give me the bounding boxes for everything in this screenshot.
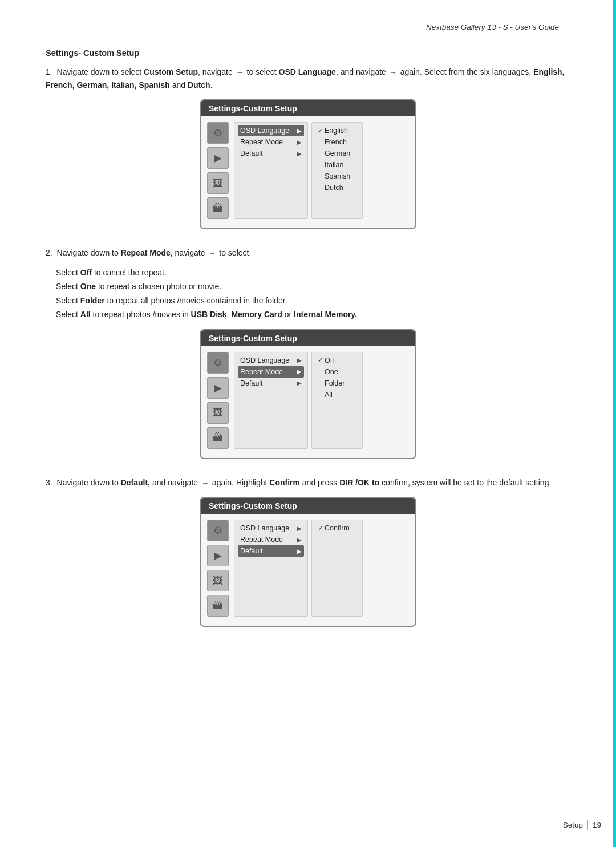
menu-repeat-3: Repeat Mode ▶ — [238, 534, 304, 545]
menu-repeat-2: Repeat Mode ▶ — [238, 366, 304, 378]
menu-repeat-label-3: Repeat Mode — [240, 536, 283, 544]
step-2-sub: Select Off to cancel the repeat. Select … — [46, 266, 570, 321]
menu-default-label-3: Default — [240, 547, 263, 555]
menu-default-label-2: Default — [240, 379, 263, 387]
option-off: Off — [317, 355, 358, 366]
step-2-number: 2. — [46, 248, 52, 257]
step2-line3: Select Folder to repeat all photos /movi… — [56, 294, 570, 307]
menu-default-label-1: Default — [240, 149, 263, 157]
menu-default-3: Default ▶ — [238, 545, 304, 557]
step1-arrow1: → — [236, 67, 244, 79]
icon-gear-3: ⚙ — [207, 520, 229, 541]
step2-off: Off — [80, 268, 92, 277]
step-2-intro: 2. Navigate down to Repeat Mode, navigat… — [46, 246, 570, 260]
icon-column-2: ⚙ ▶ 🖼 🏔 — [205, 352, 230, 449]
step2-folder: Folder — [80, 296, 105, 305]
step2-bold1: Repeat Mode — [121, 248, 171, 257]
menu-default-1: Default ▶ — [238, 148, 304, 159]
step2-intmem: Internal Memory. — [294, 310, 357, 319]
footer-page-number: 19 — [593, 821, 601, 829]
icon-landscape: 🏔 — [207, 197, 229, 219]
header-title: Nextbase Gallery 13 - S - User's Guide — [426, 23, 559, 31]
menu-default-arrow-2: ▶ — [297, 380, 302, 386]
menu-osd-arrow-2: ▶ — [297, 357, 302, 363]
menu-repeat-label-1: Repeat Mode — [240, 138, 283, 146]
options-col-3: Confirm — [311, 520, 363, 617]
step2-memcard: Memory Card — [231, 310, 282, 319]
menu-repeat-arrow-1: ▶ — [297, 139, 302, 145]
icon-image: 🖼 — [207, 172, 229, 194]
step2-line4: Select All to repeat photos /movies in U… — [56, 308, 570, 321]
option-english: English — [317, 125, 358, 136]
option-spanish: Spanish — [317, 171, 358, 182]
option-italian: Italian — [317, 159, 358, 171]
step2-line2: Select One to repeat a chosen photo or m… — [56, 280, 570, 293]
step3-dir: DIR /OK to — [339, 478, 379, 487]
menu-repeat-1: Repeat Mode ▶ — [238, 136, 304, 148]
step2-all: All — [80, 310, 91, 319]
menu-osd-2: OSD Language ▶ — [238, 355, 304, 366]
option-german: German — [317, 148, 358, 159]
option-one: One — [317, 366, 358, 378]
menu-osd-arrow-1: ▶ — [297, 128, 302, 134]
footer-setup-label: Setup — [563, 821, 583, 829]
section-heading: Settings- Custom Setup — [46, 48, 570, 58]
step-1-block: 1. Navigate down to select Custom Setup,… — [46, 66, 570, 229]
settings-box-3-title: Settings-Custom Setup — [201, 498, 415, 514]
step1-bold4: Dutch — [188, 80, 210, 90]
icon-landscape-2: 🏔 — [207, 427, 229, 449]
step2-line1: Select Off to cancel the repeat. — [56, 266, 570, 279]
accent-bar — [613, 0, 616, 847]
menu-osd-label-1: OSD Language — [240, 127, 289, 135]
step-2-block: 2. Navigate down to Repeat Mode, navigat… — [46, 246, 570, 459]
icon-play: ▶ — [207, 147, 229, 169]
settings-box-3: Settings-Custom Setup ⚙ ▶ 🖼 🏔 OSD Langua… — [200, 497, 416, 627]
menu-repeat-arrow-3: ▶ — [297, 537, 302, 543]
icon-image-3: 🖼 — [207, 570, 229, 591]
page-footer: Setup 19 — [563, 820, 601, 830]
option-folder: Folder — [317, 378, 358, 389]
step2-one: One — [80, 282, 96, 291]
footer-divider — [587, 820, 588, 830]
settings-box-2-body: ⚙ ▶ 🖼 🏔 OSD Language ▶ Repeat Mode ▶ — [201, 346, 415, 458]
menu-col-2: OSD Language ▶ Repeat Mode ▶ Default ▶ — [234, 352, 308, 449]
menu-osd-1: OSD Language ▶ — [238, 125, 304, 136]
step1-bold1: Custom Setup — [144, 67, 198, 76]
settings-box-3-body: ⚙ ▶ 🖼 🏔 OSD Language ▶ Repeat Mode ▶ — [201, 514, 415, 626]
menu-osd-label-2: OSD Language — [240, 356, 289, 364]
option-dutch: Dutch — [317, 182, 358, 193]
menu-repeat-arrow-2: ▶ — [297, 368, 302, 375]
icon-gear: ⚙ — [207, 122, 229, 144]
step-1-text: 1. Navigate down to select Custom Setup,… — [46, 66, 570, 91]
icon-column-1: ⚙ ▶ 🖼 🏔 — [205, 122, 230, 219]
icon-image-2: 🖼 — [207, 402, 229, 424]
menu-default-2: Default ▶ — [238, 378, 304, 389]
step3-confirm: Confirm — [269, 478, 300, 487]
step-3-block: 3. Navigate down to Default, and navigat… — [46, 476, 570, 627]
step1-arrow2: → — [390, 67, 397, 79]
options-col-2: Off One Folder All — [311, 352, 363, 449]
icon-play-2: ▶ — [207, 377, 229, 399]
step3-bold1: Default, — [121, 478, 150, 487]
step2-usb: USB Disk — [191, 310, 227, 319]
menu-osd-3: OSD Language ▶ — [238, 522, 304, 534]
settings-box-1-body: ⚙ ▶ 🖼 🏔 OSD Language ▶ Repeat Mode ▶ — [201, 116, 415, 228]
menu-repeat-label-2: Repeat Mode — [240, 368, 283, 376]
step-3-text: 3. Navigate down to Default, and navigat… — [46, 476, 570, 489]
icon-column-3: ⚙ ▶ 🖼 🏔 — [205, 520, 230, 617]
step-3-number: 3. — [46, 478, 52, 487]
settings-box-2-title: Settings-Custom Setup — [201, 330, 415, 346]
menu-col-1: OSD Language ▶ Repeat Mode ▶ Default ▶ — [234, 122, 308, 219]
menu-osd-label-3: OSD Language — [240, 524, 289, 532]
option-all: All — [317, 389, 358, 400]
icon-landscape-3: 🏔 — [207, 595, 229, 617]
page-header: Nextbase Gallery 13 - S - User's Guide — [46, 23, 570, 31]
settings-box-1: Settings-Custom Setup ⚙ ▶ 🖼 🏔 OSD Langua… — [200, 99, 416, 229]
icon-gear-2: ⚙ — [207, 352, 229, 374]
menu-col-3: OSD Language ▶ Repeat Mode ▶ Default ▶ — [234, 520, 308, 617]
step3-arrow1: → — [201, 477, 209, 489]
step1-bold2: OSD Language — [279, 67, 336, 76]
icon-play-3: ▶ — [207, 545, 229, 566]
settings-box-1-title: Settings-Custom Setup — [201, 100, 415, 116]
menu-osd-arrow-3: ▶ — [297, 525, 302, 532]
